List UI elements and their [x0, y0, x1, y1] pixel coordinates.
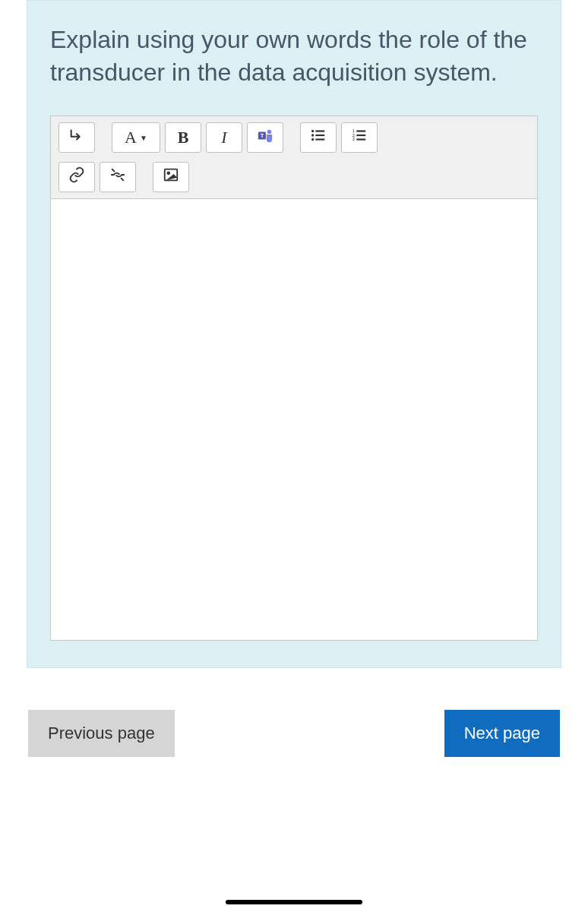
bold-label: B: [178, 128, 189, 147]
teams-icon: T: [257, 127, 273, 148]
svg-text:3: 3: [352, 138, 355, 142]
svg-rect-14: [356, 139, 365, 141]
svg-line-15: [112, 169, 115, 172]
font-style-dropdown[interactable]: A ▼: [112, 122, 160, 153]
svg-rect-4: [315, 131, 324, 132]
svg-rect-8: [315, 139, 324, 141]
toolbar-toggle-button[interactable]: [58, 122, 95, 153]
editor-container: A ▼ B I T: [50, 116, 538, 641]
question-card: Explain using your own words the role of…: [27, 0, 561, 668]
svg-rect-12: [356, 135, 365, 136]
italic-label: I: [221, 128, 226, 147]
svg-rect-10: [356, 131, 365, 132]
editor-toolbar: A ▼ B I T: [51, 116, 537, 199]
font-label: A: [125, 128, 137, 147]
home-indicator: [226, 900, 362, 904]
svg-rect-6: [315, 135, 324, 136]
svg-point-5: [311, 135, 314, 137]
svg-point-2: [267, 130, 272, 135]
nav-buttons: Previous page Next page: [27, 710, 561, 757]
teams-button[interactable]: T: [247, 122, 283, 153]
caret-down-icon: ▼: [140, 134, 147, 142]
numbered-list-icon: 1 2 3: [351, 127, 368, 148]
bullet-list-button[interactable]: [300, 122, 337, 153]
question-text: Explain using your own words the role of…: [50, 24, 538, 89]
svg-point-20: [167, 173, 169, 175]
page-container: Explain using your own words the role of…: [0, 0, 588, 757]
svg-point-7: [311, 138, 314, 141]
bullet-list-icon: [310, 127, 327, 148]
previous-page-button[interactable]: Previous page: [28, 710, 175, 757]
numbered-list-button[interactable]: 1 2 3: [341, 122, 378, 153]
next-page-button[interactable]: Next page: [444, 710, 560, 757]
unlink-icon: [109, 166, 126, 188]
toggle-arrow-icon: [68, 127, 85, 148]
bold-button[interactable]: B: [165, 122, 201, 153]
link-icon: [68, 166, 85, 188]
italic-button[interactable]: I: [206, 122, 242, 153]
svg-text:T: T: [261, 133, 264, 140]
svg-point-3: [311, 130, 314, 132]
editor-content-area[interactable]: [51, 199, 537, 640]
image-button[interactable]: [153, 162, 189, 192]
link-button[interactable]: [58, 162, 95, 192]
image-icon: [163, 166, 179, 188]
svg-line-16: [122, 179, 124, 181]
unlink-button[interactable]: [100, 162, 136, 192]
